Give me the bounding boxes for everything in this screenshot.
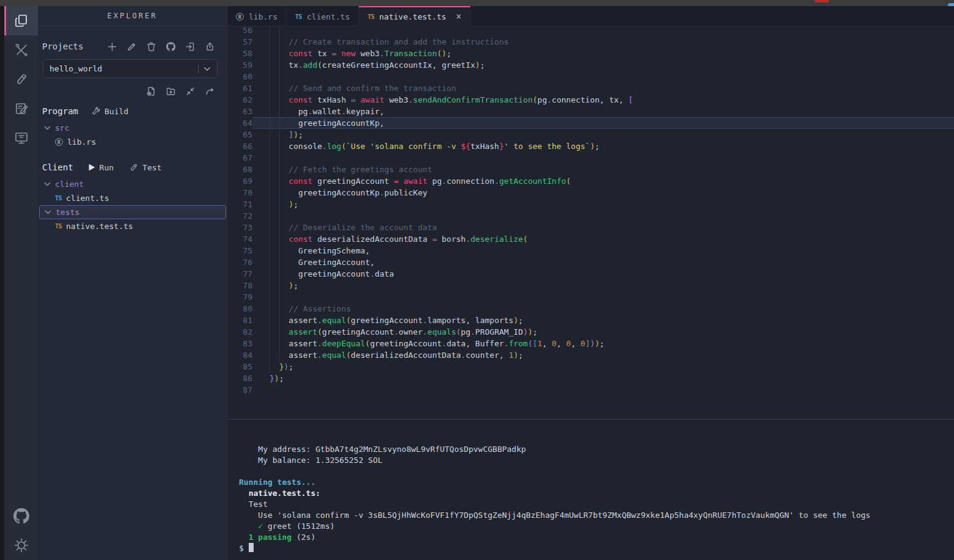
tab-client.ts[interactable]: TSclient.ts bbox=[287, 6, 359, 26]
code-line-73[interactable]: 73 // Deserialize the account data bbox=[227, 222, 954, 233]
code-editor[interactable]: 5657 // Create transaction and add the i… bbox=[227, 26, 954, 419]
code-line-56[interactable]: 56 bbox=[227, 26, 954, 36]
run-button[interactable]: Run bbox=[89, 163, 114, 172]
files-icon bbox=[13, 13, 29, 29]
code-line-64[interactable]: 64 greetingAccountKp, bbox=[227, 117, 954, 129]
code-line-79[interactable]: 79 bbox=[227, 291, 954, 303]
code-line-58[interactable]: 58 const tx = new web3.Transaction(); bbox=[227, 48, 954, 59]
code-line-69[interactable]: 69 const greetingAccount = await pg.conn… bbox=[227, 175, 954, 187]
code-line-59[interactable]: 59 tx.add(createGreetingAccountIx, greet… bbox=[227, 59, 954, 71]
folder-label: client bbox=[55, 180, 84, 189]
close-icon[interactable]: × bbox=[456, 12, 461, 21]
folder-row-tests[interactable]: tests bbox=[39, 205, 226, 219]
tab-native.test.ts[interactable]: TSnative.test.ts× bbox=[359, 6, 471, 26]
code-line-71[interactable]: 71 ); bbox=[227, 198, 954, 210]
folder-row-client[interactable]: client bbox=[38, 177, 227, 191]
activity-item-github[interactable] bbox=[4, 501, 38, 531]
code-line-82[interactable]: 82 assert(greetingAccount.owner.equals(p… bbox=[227, 326, 954, 338]
code-line-78[interactable]: 78 ); bbox=[227, 280, 954, 291]
code-line-63[interactable]: 63 pg.wallet.keypair, bbox=[227, 106, 954, 117]
code-line-68[interactable]: 68 // Fetch the greetings account bbox=[227, 164, 954, 175]
new-file-icon[interactable] bbox=[147, 87, 156, 96]
code-text: ]); bbox=[252, 129, 954, 140]
terminal-panel[interactable]: My address: GtbbA7t4g2MnZLsvyno8wL9vRfUT… bbox=[227, 419, 954, 560]
tab-lib.rs[interactable]: Rlib.rs bbox=[227, 6, 287, 26]
code-line-72[interactable]: 72 bbox=[227, 210, 954, 222]
code-line-76[interactable]: 76 GreetingAccount, bbox=[227, 256, 954, 268]
code-line-61[interactable]: 61 // Send and confirm the transaction bbox=[227, 82, 954, 94]
build-button[interactable]: Build bbox=[92, 107, 128, 116]
code-line-85[interactable]: 85 }); bbox=[227, 361, 954, 373]
github-icon bbox=[13, 508, 29, 524]
share-icon[interactable] bbox=[205, 87, 215, 96]
activity-item-tutorials[interactable] bbox=[4, 94, 38, 123]
code-text: assert.deepEqual(greetingAccount.data, B… bbox=[252, 338, 954, 349]
line-number: 59 bbox=[227, 59, 252, 71]
file-row-lib-rs[interactable]: R lib.rs bbox=[38, 135, 227, 149]
activity-item-settings[interactable] bbox=[4, 531, 38, 560]
code-line-62[interactable]: 62 const txHash = await web3.sendAndConf… bbox=[227, 94, 954, 106]
code-text: // Assertions bbox=[252, 303, 954, 315]
line-number: 67 bbox=[227, 152, 252, 164]
explorer-sidebar: EXPLORER Projects bbox=[38, 6, 227, 560]
collapse-folders-icon[interactable] bbox=[186, 87, 195, 96]
code-line-60[interactable]: 60 bbox=[227, 71, 954, 82]
activity-item-explorer[interactable] bbox=[4, 6, 38, 35]
program-tree: src R lib.rs bbox=[38, 121, 227, 149]
line-number: 76 bbox=[227, 256, 252, 268]
monitor-icon bbox=[13, 130, 29, 146]
tab-label: client.ts bbox=[307, 12, 350, 21]
delete-project-icon[interactable] bbox=[147, 42, 156, 51]
file-row-native-test-ts[interactable]: TS native.test.ts bbox=[38, 219, 227, 233]
code-line-87[interactable]: 87 bbox=[227, 384, 954, 396]
program-section-row: Program Build bbox=[42, 106, 227, 116]
code-line-74[interactable]: 74 const deserializedAccountData = borsh… bbox=[227, 233, 954, 245]
line-number: 69 bbox=[227, 175, 252, 187]
activity-item-test[interactable] bbox=[4, 65, 38, 94]
rename-project-icon[interactable] bbox=[127, 42, 136, 51]
folder-row-src[interactable]: src bbox=[38, 121, 227, 135]
code-line-83[interactable]: 83 assert.deepEqual(greetingAccount.data… bbox=[227, 338, 954, 349]
activity-item-build-tools[interactable] bbox=[4, 35, 38, 65]
terminal-cursor bbox=[249, 543, 254, 552]
terminal-output: My address: GtbbA7t4g2MnZLsvyno8wL9vRfUT… bbox=[239, 444, 954, 554]
build-label: Build bbox=[105, 107, 128, 116]
project-actions bbox=[108, 42, 215, 51]
code-text: GreetingAccount, bbox=[252, 256, 954, 268]
code-line-80[interactable]: 80 // Assertions bbox=[227, 303, 954, 315]
terminal-line: Test bbox=[239, 499, 954, 510]
code-text: assert.equal(deserializedAccountData.cou… bbox=[252, 349, 954, 361]
code-text: greetingAccount.data bbox=[252, 268, 954, 280]
code-line-84[interactable]: 84 assert.equal(deserializedAccountData.… bbox=[227, 349, 954, 361]
code-line-57[interactable]: 57 // Create transaction and add the ins… bbox=[227, 36, 954, 48]
code-line-67[interactable]: 67 bbox=[227, 152, 954, 164]
line-number: 72 bbox=[227, 210, 252, 222]
code-line-65[interactable]: 65 ]); bbox=[227, 129, 954, 140]
code-line-66[interactable]: 66 console.log(`Use 'solana confirm -v $… bbox=[227, 140, 954, 152]
folder-label: src bbox=[55, 123, 69, 133]
code-line-70[interactable]: 70 greetingAccountKp.publicKey bbox=[227, 187, 954, 198]
activity-item-programs[interactable] bbox=[4, 123, 38, 153]
project-select[interactable]: hello_world bbox=[43, 59, 218, 78]
client-section-title: Client bbox=[42, 162, 73, 172]
import-project-icon[interactable] bbox=[186, 42, 195, 51]
project-select-value: hello_world bbox=[50, 64, 102, 73]
code-text: assert.equal(greetingAccount.lamports, l… bbox=[252, 315, 954, 326]
code-text: // Send and confirm the transaction bbox=[252, 82, 954, 94]
file-row-client-ts[interactable]: TS client.ts bbox=[38, 191, 227, 205]
chevron-down-icon[interactable] bbox=[204, 67, 211, 71]
test-button[interactable]: Test bbox=[130, 163, 161, 172]
export-project-icon[interactable] bbox=[205, 42, 215, 51]
code-line-75[interactable]: 75 GreetingSchema, bbox=[227, 245, 954, 256]
github-project-icon[interactable] bbox=[166, 42, 175, 51]
code-line-86[interactable]: 86}); bbox=[227, 373, 954, 384]
code-line-81[interactable]: 81 assert.equal(greetingAccount.lamports… bbox=[227, 315, 954, 326]
code-line-77[interactable]: 77 greetingAccount.data bbox=[227, 268, 954, 280]
code-text bbox=[252, 71, 954, 82]
new-folder-icon[interactable] bbox=[166, 87, 175, 96]
new-project-icon[interactable] bbox=[108, 42, 117, 51]
chevron-down-icon bbox=[45, 210, 51, 214]
line-number: 78 bbox=[227, 280, 252, 291]
code-text: // Fetch the greetings account bbox=[252, 164, 954, 175]
terminal-line: Use 'solana confirm -v 3sBL5QjHhWcKoFVF1… bbox=[239, 510, 954, 521]
